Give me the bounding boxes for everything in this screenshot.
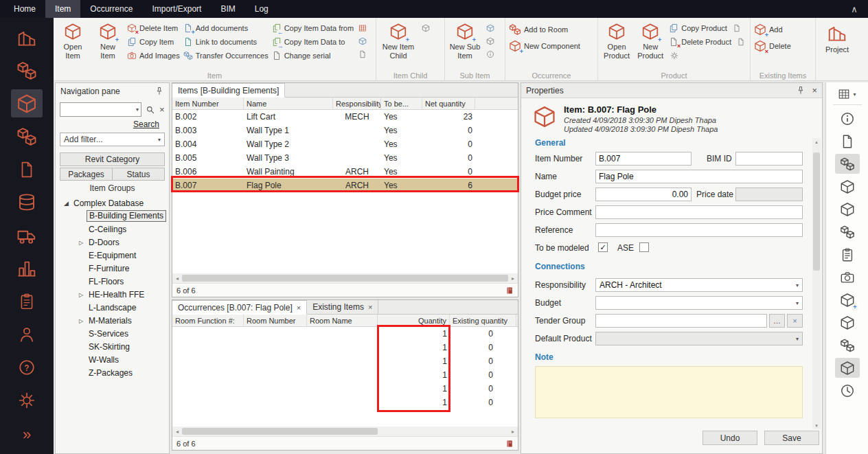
- scrollbar-thumb[interactable]: [182, 275, 508, 282]
- open-product-button[interactable]: Open Product: [602, 20, 632, 70]
- tree-node-complex-database[interactable]: ◢ Complex Database: [56, 196, 169, 209]
- specification-tab-icon[interactable]: [835, 245, 860, 264]
- column-header-net-quantity[interactable]: Net quantity: [422, 98, 475, 109]
- table-row[interactable]: 10: [172, 396, 518, 409]
- price-date-field[interactable]: [735, 188, 803, 201]
- item-extra-button-1[interactable]: [357, 23, 368, 33]
- menu-bim[interactable]: BIM: [211, 0, 244, 18]
- tree-node-w-walls[interactable]: W-Walls: [56, 353, 169, 366]
- link-to-documents-button[interactable]: Link to documents: [183, 36, 269, 47]
- close-icon[interactable]: ×: [297, 304, 301, 312]
- tab-existing-items[interactable]: Existing Items ×: [307, 300, 378, 314]
- logistics-module-icon[interactable]: [11, 221, 43, 249]
- tab-items[interactable]: Items [B-Building Elements]: [172, 83, 285, 98]
- table-row[interactable]: 10: [172, 382, 518, 396]
- tree-node-he-health-ffe[interactable]: ▷HE-Health FFE: [56, 288, 169, 301]
- to-be-modeled-checkbox[interactable]: ✓: [598, 242, 608, 252]
- column-header-responsibility[interactable]: Responsibility: [333, 98, 381, 109]
- new-item-button[interactable]: + New Item: [92, 20, 124, 70]
- geometry-tab-icon[interactable]: [835, 199, 860, 219]
- tender-group-field[interactable]: [595, 314, 767, 328]
- table-row[interactable]: 10: [172, 368, 518, 382]
- column-header-existing-quantity[interactable]: Existing quantity: [450, 315, 516, 326]
- menu-occurrence[interactable]: Occurrence: [80, 0, 142, 18]
- add-images-button[interactable]: Add Images: [127, 50, 180, 61]
- images-tab-icon[interactable]: [835, 267, 860, 287]
- collapsed-icon[interactable]: ▷: [79, 317, 83, 324]
- menu-log[interactable]: Log: [245, 0, 278, 18]
- packages-button[interactable]: Packages: [60, 168, 113, 181]
- tree-node-l-landscape[interactable]: L-Landscape: [56, 301, 169, 314]
- contacts-module-icon[interactable]: [11, 320, 43, 348]
- scroll-right-icon[interactable]: ▸: [508, 429, 518, 435]
- tab-occurrences[interactable]: Occurrences [B.007: Flag Pole] ×: [172, 300, 307, 315]
- product-extra-button-2[interactable]: [735, 37, 746, 47]
- price-comment-field[interactable]: [595, 205, 803, 219]
- transfer-occurrences-button[interactable]: Transfer Occurrences: [183, 50, 269, 61]
- item-number-field[interactable]: [595, 152, 692, 166]
- tree-node-f-furniture[interactable]: F-Furniture: [56, 262, 169, 275]
- scroll-right-icon[interactable]: ▸: [508, 275, 518, 282]
- add-documents-button[interactable]: +Add documents: [183, 23, 269, 34]
- tender-group-clear-button[interactable]: ×: [787, 314, 803, 328]
- menu-import-export[interactable]: Import/Export: [142, 0, 211, 18]
- search-input[interactable]: ▾: [60, 102, 141, 117]
- column-header-room-function[interactable]: Room Function #:: [172, 315, 244, 326]
- reference-field[interactable]: [595, 223, 803, 237]
- ase-checkbox[interactable]: [639, 242, 649, 252]
- chevron-down-icon[interactable]: ▾: [136, 106, 139, 113]
- copy-product-button[interactable]: Copy Product: [669, 23, 727, 34]
- finance-module-icon[interactable]: [11, 188, 43, 216]
- occurrences-tab-icon[interactable]: [835, 358, 860, 378]
- close-icon[interactable]: ×: [368, 303, 372, 311]
- new-product-button[interactable]: + New Product: [635, 20, 665, 70]
- menu-item[interactable]: Item: [45, 0, 80, 18]
- model-overview-icon[interactable]: [11, 23, 43, 52]
- help-icon[interactable]: [11, 353, 43, 381]
- search-input-field[interactable]: [62, 105, 136, 115]
- column-header-to-be[interactable]: To be...: [381, 98, 422, 109]
- product-extra-button-3[interactable]: [669, 50, 680, 60]
- column-header-room-name[interactable]: Room Name: [307, 315, 378, 326]
- default-product-dropdown[interactable]: ▾: [595, 332, 803, 345]
- collapsed-icon[interactable]: ▷: [79, 239, 83, 245]
- info-tab-icon[interactable]: [835, 109, 860, 128]
- pin-icon[interactable]: [155, 87, 164, 96]
- history-tab-icon[interactable]: [835, 381, 860, 400]
- copy-item-data-to-button[interactable]: →Copy Item Data to: [272, 36, 354, 47]
- collapse-ribbon-icon[interactable]: ∧: [841, 0, 868, 18]
- scroll-down-icon[interactable]: ▾: [815, 422, 818, 429]
- undo-button[interactable]: Undo: [703, 431, 757, 445]
- systems-module-icon[interactable]: [11, 122, 43, 150]
- table-row[interactable]: B.003Wall Type 1Yes0: [172, 124, 518, 137]
- copy-item-data-from-button[interactable]: ←Copy Item Data from: [272, 23, 354, 34]
- linked-products-tab-icon[interactable]: [835, 335, 860, 355]
- new-item-child-button[interactable]: + New Item Child: [380, 20, 417, 70]
- add-products-tab-icon[interactable]: +: [835, 290, 860, 310]
- add-to-room-button[interactable]: Add to Room: [509, 23, 580, 36]
- new-sub-item-button[interactable]: + New Sub Item: [448, 20, 481, 70]
- open-item-button[interactable]: Open Item: [57, 20, 89, 70]
- table-row[interactable]: B.006Wall PaintingARCHYes0: [172, 165, 518, 179]
- tree-node-e-equipment[interactable]: E-Equipment: [56, 249, 169, 262]
- settings-icon[interactable]: [11, 386, 43, 414]
- items-module-icon[interactable]: [11, 89, 43, 117]
- table-row[interactable]: 10: [172, 354, 518, 368]
- project-button[interactable]: Project: [819, 20, 855, 70]
- change-serial-button[interactable]: Change serial: [272, 50, 354, 61]
- budget-dropdown[interactable]: ▾: [595, 296, 803, 310]
- delete-existing-button[interactable]: ×Delete: [754, 39, 791, 53]
- sub-item-extra-button-3[interactable]: [485, 49, 496, 59]
- column-header-item-number[interactable]: Item Number: [172, 98, 244, 109]
- search-icon[interactable]: [146, 105, 155, 115]
- delete-item-button[interactable]: ×Delete Item: [127, 23, 180, 34]
- scrollbar-thumb[interactable]: [182, 428, 378, 435]
- log-book-icon[interactable]: [505, 440, 514, 448]
- collapsed-icon[interactable]: ▷: [79, 291, 83, 297]
- item-extra-button-2[interactable]: [357, 36, 368, 46]
- documents-module-icon[interactable]: [11, 155, 43, 183]
- pin-icon[interactable]: [796, 86, 806, 95]
- name-field[interactable]: [595, 170, 803, 183]
- tree-node-d-doors[interactable]: ▷D-Doors: [56, 236, 169, 249]
- sub-item-extra-button-2[interactable]: [485, 36, 496, 46]
